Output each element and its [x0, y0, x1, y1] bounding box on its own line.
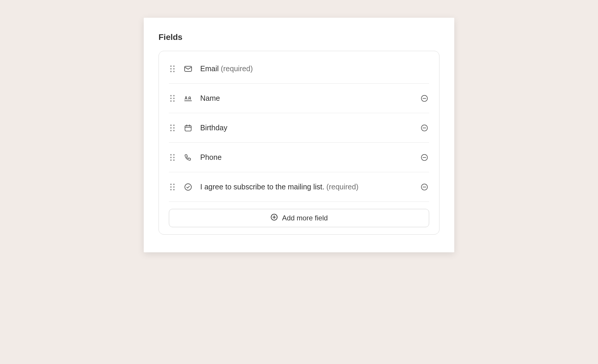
- svg-rect-22: [185, 125, 191, 131]
- svg-point-37: [173, 183, 175, 185]
- svg-point-9: [170, 98, 172, 99]
- field-label-text: Birthday: [200, 124, 227, 132]
- svg-point-31: [173, 157, 175, 158]
- section-title: Fields: [159, 32, 439, 42]
- remove-button[interactable]: [420, 182, 429, 192]
- text-icon: [183, 93, 193, 103]
- svg-point-39: [173, 186, 175, 188]
- field-required-suffix: (required): [324, 183, 358, 191]
- add-button-label: Add more field: [282, 214, 328, 222]
- remove-button[interactable]: [420, 94, 429, 103]
- field-row-birthday[interactable]: Birthday: [169, 113, 429, 143]
- svg-point-5: [173, 71, 175, 72]
- mail-icon: [183, 64, 193, 74]
- drag-handle-icon[interactable]: [169, 64, 176, 74]
- field-label: Email (required): [200, 64, 429, 74]
- svg-point-2: [170, 68, 172, 69]
- drag-handle-icon[interactable]: [169, 182, 176, 192]
- drag-handle-icon[interactable]: [169, 152, 176, 162]
- calendar-icon: [183, 123, 193, 133]
- svg-point-30: [170, 157, 172, 158]
- svg-point-0: [170, 65, 172, 67]
- svg-point-11: [170, 100, 172, 102]
- field-row-consent[interactable]: I agree to subscribe to the mailing list…: [169, 172, 429, 202]
- svg-point-19: [173, 127, 175, 129]
- svg-point-18: [170, 127, 172, 129]
- svg-point-28: [170, 154, 172, 155]
- field-label: Phone: [200, 152, 413, 162]
- field-row-name[interactable]: Name: [169, 84, 429, 113]
- phone-icon: [183, 152, 193, 162]
- svg-point-40: [170, 189, 172, 190]
- check-circle-icon: [183, 182, 193, 192]
- drag-handle-icon[interactable]: [169, 93, 176, 103]
- svg-point-38: [170, 186, 172, 188]
- svg-point-36: [170, 183, 172, 185]
- svg-point-7: [170, 95, 172, 96]
- fields-card: Fields Email (required): [144, 18, 454, 252]
- svg-point-41: [173, 189, 175, 190]
- svg-point-20: [170, 130, 172, 131]
- field-label: Birthday: [200, 123, 413, 133]
- field-row-email[interactable]: Email (required): [169, 54, 429, 84]
- drag-handle-icon[interactable]: [169, 123, 176, 133]
- plus-circle-icon: [270, 213, 278, 223]
- field-row-phone[interactable]: Phone: [169, 143, 429, 172]
- remove-button[interactable]: [420, 123, 429, 133]
- svg-point-4: [170, 71, 172, 72]
- fields-box: Email (required): [159, 51, 439, 235]
- svg-point-10: [173, 98, 175, 99]
- field-label-text: I agree to subscribe to the mailing list…: [200, 183, 324, 191]
- svg-point-3: [173, 68, 175, 69]
- svg-point-1: [173, 65, 175, 67]
- svg-point-29: [173, 154, 175, 155]
- svg-point-8: [173, 95, 175, 96]
- svg-point-12: [173, 100, 175, 102]
- add-more-field-button[interactable]: Add more field: [169, 209, 429, 227]
- svg-point-42: [185, 183, 191, 190]
- remove-button[interactable]: [420, 153, 429, 162]
- field-label: I agree to subscribe to the mailing list…: [200, 182, 413, 192]
- field-label-text: Email: [200, 64, 219, 73]
- svg-point-17: [173, 124, 175, 126]
- field-required-suffix: (required): [219, 64, 253, 73]
- field-label: Name: [200, 93, 413, 103]
- field-label-text: Name: [200, 94, 220, 102]
- svg-point-21: [173, 130, 175, 131]
- svg-point-33: [173, 159, 175, 161]
- svg-point-16: [170, 124, 172, 126]
- svg-point-32: [170, 159, 172, 161]
- field-label-text: Phone: [200, 153, 222, 161]
